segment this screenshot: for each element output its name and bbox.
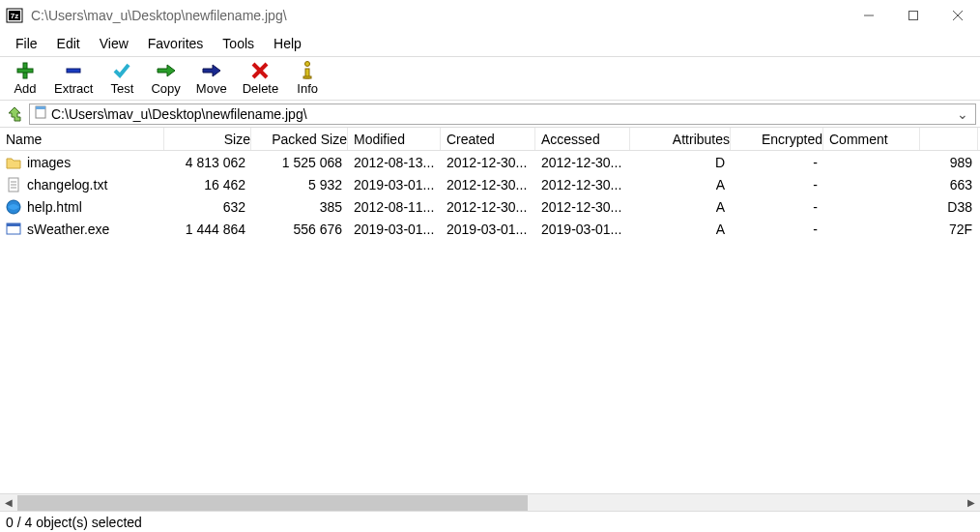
title-bar: 7z C:\Users\mav_u\Desktop\newfilename.jp… (0, 0, 980, 31)
column-headers: Name Size Packed Size Modified Created A… (0, 128, 980, 151)
app-icon: 7z (6, 7, 23, 24)
file-packed: 5 932 (251, 177, 348, 192)
x-icon (251, 61, 269, 80)
svg-text:7z: 7z (11, 12, 18, 20)
table-row[interactable]: sWeather.exe1 444 864556 6762019-03-01..… (0, 218, 980, 240)
file-extra: 663 (920, 177, 978, 192)
address-field[interactable]: C:\Users\mav_u\Desktop\newfilename.jpg\ … (29, 103, 976, 125)
file-encrypted: - (731, 177, 823, 192)
copy-button[interactable]: Copy (143, 59, 187, 98)
file-attributes: A (630, 199, 731, 215)
file-name: changelog.txt (27, 177, 107, 192)
test-button[interactable]: Test (101, 59, 143, 98)
file-accessed: 2019-03-01... (535, 222, 630, 237)
file-icon (34, 105, 47, 122)
file-modified: 2019-03-01... (348, 222, 441, 237)
file-accessed: 2012-12-30... (535, 177, 630, 192)
close-button[interactable] (936, 1, 980, 30)
scroll-thumb[interactable] (17, 495, 528, 511)
file-attributes: A (630, 222, 731, 237)
move-button[interactable]: Move (188, 59, 235, 98)
up-button[interactable] (4, 103, 25, 125)
toolbar-label: Copy (151, 81, 180, 96)
delete-button[interactable]: Delete (235, 59, 287, 98)
col-packed-size[interactable]: Packed Size (251, 128, 348, 150)
address-bar: C:\Users\mav_u\Desktop\newfilename.jpg\ … (0, 101, 980, 128)
file-created: 2012-12-30... (441, 199, 535, 215)
col-created[interactable]: Created (441, 128, 535, 150)
table-row[interactable]: help.html6323852012-08-11...2012-12-30..… (0, 195, 980, 218)
file-extra: 989 (920, 155, 978, 170)
table-row[interactable]: changelog.txt16 4625 9322019-03-01...201… (0, 173, 980, 195)
toolbar-label: Add (14, 81, 36, 96)
menu-view[interactable]: View (90, 32, 138, 55)
menu-help[interactable]: Help (264, 32, 311, 55)
col-encrypted[interactable]: Encrypted (731, 128, 823, 150)
file-accessed: 2012-12-30... (535, 199, 630, 215)
scroll-left-icon[interactable]: ◀ (0, 495, 17, 511)
folder-icon (6, 155, 21, 170)
col-attributes[interactable]: Attributes (630, 128, 731, 150)
col-comment[interactable]: Comment (823, 128, 920, 150)
minus-icon (64, 61, 83, 80)
svg-rect-24 (7, 223, 20, 226)
col-size[interactable]: Size (164, 128, 251, 150)
menu-favorites[interactable]: Favorites (138, 32, 214, 55)
add-button[interactable]: Add (4, 59, 46, 98)
svg-rect-4 (909, 12, 918, 20)
horizontal-scrollbar[interactable]: ◀ ▶ (0, 493, 980, 511)
file-extra: D38 (920, 199, 978, 215)
extract-button[interactable]: Extract (46, 59, 101, 98)
arrow-right-green-icon (156, 61, 177, 80)
file-attributes: A (630, 177, 731, 192)
file-name: images (27, 155, 71, 170)
col-accessed[interactable]: Accessed (535, 128, 630, 150)
menu-edit[interactable]: Edit (47, 32, 90, 55)
file-size: 16 462 (164, 177, 251, 192)
file-created: 2012-12-30... (441, 155, 535, 170)
status-bar: 0 / 4 object(s) selected (0, 511, 980, 532)
svg-rect-14 (303, 76, 311, 78)
col-extra[interactable] (920, 128, 978, 150)
arrow-right-blue-icon (201, 61, 222, 80)
exe-icon (6, 222, 21, 237)
file-packed: 385 (251, 199, 348, 215)
file-created: 2019-03-01... (441, 222, 535, 237)
file-name: sWeather.exe (27, 222, 109, 237)
file-packed: 1 525 068 (251, 155, 348, 170)
scroll-track[interactable] (17, 495, 963, 511)
toolbar: Add Extract Test Copy Move Delete Info (0, 56, 980, 101)
file-name: help.html (27, 199, 82, 215)
menu-file[interactable]: File (6, 32, 47, 55)
toolbar-label: Test (111, 81, 134, 96)
col-modified[interactable]: Modified (348, 128, 441, 150)
status-text: 0 / 4 object(s) selected (6, 515, 142, 530)
address-text: C:\Users\mav_u\Desktop\newfilename.jpg\ (51, 106, 954, 122)
info-icon (300, 61, 315, 80)
info-button[interactable]: Info (286, 59, 329, 98)
svg-rect-9 (67, 69, 80, 73)
maximize-button[interactable] (891, 1, 936, 30)
file-extra: 72F (920, 222, 978, 237)
file-list: Name Size Packed Size Modified Created A… (0, 128, 980, 511)
toolbar-label: Move (196, 81, 227, 96)
toolbar-label: Extract (54, 81, 93, 96)
file-modified: 2012-08-11... (348, 199, 441, 215)
file-encrypted: - (731, 199, 823, 215)
minimize-button[interactable] (847, 1, 891, 30)
svg-point-12 (305, 62, 310, 67)
check-icon (112, 61, 131, 80)
col-name[interactable]: Name (0, 128, 164, 150)
svg-rect-16 (36, 106, 45, 109)
scroll-right-icon[interactable]: ▶ (963, 495, 980, 511)
file-encrypted: - (731, 155, 823, 170)
file-modified: 2012-08-13... (348, 155, 441, 170)
table-row[interactable]: images4 813 0621 525 0682012-08-13...201… (0, 151, 980, 173)
chevron-down-icon[interactable]: ⌄ (954, 106, 971, 122)
menu-tools[interactable]: Tools (213, 32, 264, 55)
html-icon (6, 199, 21, 215)
file-packed: 556 676 (251, 222, 348, 237)
svg-rect-8 (17, 69, 33, 73)
plus-icon (15, 61, 35, 80)
toolbar-label: Info (297, 81, 318, 96)
